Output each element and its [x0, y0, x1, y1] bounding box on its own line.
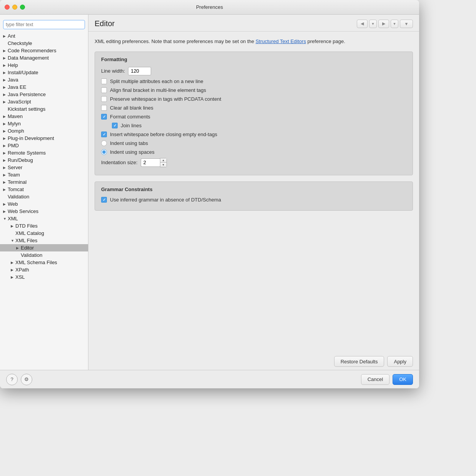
- sidebar-item-javascript[interactable]: ▶JavaScript: [0, 98, 88, 105]
- sidebar-item-label-oomph: Oomph: [8, 128, 24, 134]
- indent-spaces-radio[interactable]: [101, 149, 107, 155]
- sidebar-item-label-checkstyle: Checkstyle: [8, 40, 32, 46]
- sidebar-item-ant[interactable]: ▶Ant: [0, 32, 88, 40]
- sidebar-item-plug-in-development[interactable]: ▶Plug-in Development: [0, 135, 88, 142]
- sidebar-item-java[interactable]: ▶Java: [0, 76, 88, 83]
- formatting-section: Formatting Line width: Split multiple at…: [95, 52, 413, 175]
- format-comments-checkbox[interactable]: [101, 114, 107, 120]
- sidebar-item-xpath[interactable]: ▶XPath: [0, 266, 88, 273]
- line-width-input[interactable]: [128, 67, 151, 75]
- sidebar-item-run-debug[interactable]: ▶Run/Debug: [0, 156, 88, 164]
- preserve-whitespace-checkbox[interactable]: [101, 96, 107, 102]
- sidebar-item-label-maven: Maven: [8, 113, 23, 119]
- structured-text-editors-link[interactable]: Structured Text Editors: [256, 38, 306, 44]
- maximize-button[interactable]: [20, 5, 25, 10]
- spinner-up-arrow[interactable]: ▲: [160, 158, 166, 163]
- description-text: XML editing preferences. Note that some …: [95, 38, 413, 45]
- join-lines-checkbox[interactable]: [112, 123, 118, 128]
- sidebar-item-label-data-management: Data Management: [8, 55, 49, 61]
- sidebar-item-editor[interactable]: ▶Editor: [0, 244, 88, 251]
- align-bracket-checkbox[interactable]: [101, 87, 107, 93]
- join-lines-label: Join lines: [121, 123, 141, 128]
- tree-arrow-xml-files: ▼: [11, 239, 15, 243]
- sidebar-item-code-recommenders[interactable]: ▶Code Recommenders: [0, 47, 88, 54]
- filter-input[interactable]: [3, 20, 85, 29]
- forward-dropdown-button[interactable]: ▼: [391, 20, 398, 28]
- sidebar-item-java-ee[interactable]: ▶Java EE: [0, 83, 88, 91]
- sidebar-item-pmd[interactable]: ▶PMD: [0, 142, 88, 149]
- sidebar-item-label-xsl: XSL: [15, 274, 25, 280]
- indent-tabs-radio[interactable]: [101, 140, 107, 146]
- sidebar-item-kickstart-settings[interactable]: Kickstart settings: [0, 105, 88, 113]
- clear-blank-lines-checkbox[interactable]: [101, 105, 107, 111]
- tree-arrow-run-debug: ▶: [3, 158, 8, 162]
- back-button[interactable]: ◀: [357, 20, 368, 28]
- sidebar-item-dtd-files[interactable]: ▶DTD Files: [0, 222, 88, 230]
- sidebar-item-label-tomcat: Tomcat: [8, 186, 24, 192]
- indentation-size-spinner: ▲ ▼: [141, 158, 167, 167]
- sidebar-item-server[interactable]: ▶Server: [0, 164, 88, 171]
- menu-dropdown-button[interactable]: ▼: [400, 20, 413, 28]
- settings-icon-button[interactable]: ⚙: [21, 374, 32, 385]
- indentation-size-row: Indentation size: ▲ ▼: [101, 158, 406, 167]
- restore-defaults-button[interactable]: Restore Defaults: [334, 356, 384, 367]
- split-attrs-label: Split multiple attributes each on a new …: [110, 78, 203, 84]
- sidebar-item-label-xpath: XPath: [15, 267, 29, 273]
- sidebar-item-xml-files[interactable]: ▼XML Files: [0, 237, 88, 244]
- sidebar-item-team[interactable]: ▶Team: [0, 171, 88, 178]
- help-icon: ?: [10, 376, 13, 382]
- sidebar-item-label-pmd: PMD: [8, 143, 19, 148]
- minimize-button[interactable]: [12, 5, 17, 10]
- tree-arrow-web: ▶: [3, 202, 8, 206]
- window-title: Preferences: [196, 4, 223, 10]
- sidebar-item-tomcat[interactable]: ▶Tomcat: [0, 186, 88, 193]
- use-inferred-grammar-checkbox[interactable]: [101, 197, 107, 203]
- tree-arrow-xml-schema-files: ▶: [11, 261, 15, 265]
- ok-button[interactable]: OK: [393, 374, 413, 385]
- sidebar-item-oomph[interactable]: ▶Oomph: [0, 127, 88, 135]
- sidebar-item-validation-xml[interactable]: Validation: [0, 251, 88, 259]
- sidebar-item-data-management[interactable]: ▶Data Management: [0, 54, 88, 62]
- sidebar-item-install-update[interactable]: ▶Install/Update: [0, 69, 88, 76]
- filter-container: [0, 18, 88, 32]
- align-bracket-row: Align final bracket in multi-line elemen…: [101, 87, 406, 93]
- sidebar-item-checkstyle[interactable]: Checkstyle: [0, 40, 88, 47]
- sidebar-item-label-server: Server: [8, 165, 22, 170]
- sidebar-item-xml-catalog[interactable]: XML Catalog: [0, 230, 88, 237]
- tree-arrow-oomph: ▶: [3, 129, 8, 133]
- use-inferred-grammar-label: Use inferred grammar in absence of DTD/S…: [110, 197, 221, 203]
- split-attrs-checkbox[interactable]: [101, 78, 107, 84]
- indentation-size-label: Indentation size:: [101, 160, 138, 165]
- sidebar-item-remote-systems[interactable]: ▶Remote Systems: [0, 149, 88, 156]
- insert-whitespace-checkbox[interactable]: [101, 131, 107, 137]
- indentation-size-input[interactable]: [141, 158, 160, 167]
- sidebar-item-validation[interactable]: Validation: [0, 193, 88, 200]
- sidebar-item-help[interactable]: ▶Help: [0, 62, 88, 69]
- sidebar-item-java-persistence[interactable]: ▶Java Persistence: [0, 91, 88, 98]
- tree-arrow-java: ▶: [3, 78, 8, 82]
- sidebar-item-web-services[interactable]: ▶Web Services: [0, 208, 88, 215]
- tree-arrow-pmd: ▶: [3, 144, 8, 148]
- formatting-section-title: Formatting: [101, 57, 406, 62]
- close-button[interactable]: [5, 5, 10, 10]
- sidebar-item-xml-schema-files[interactable]: ▶XML Schema Files: [0, 259, 88, 266]
- apply-button[interactable]: Apply: [387, 356, 413, 367]
- tree-arrow-web-services: ▶: [3, 210, 8, 213]
- use-inferred-grammar-row: Use inferred grammar in absence of DTD/S…: [101, 197, 406, 203]
- spinner-down-arrow[interactable]: ▼: [160, 163, 166, 167]
- tree-arrow-install-update: ▶: [3, 71, 8, 75]
- tree-arrow-java-ee: ▶: [3, 85, 8, 89]
- sidebar-item-xsl[interactable]: ▶XSL: [0, 273, 88, 281]
- traffic-lights: [5, 5, 25, 10]
- sidebar-item-mylyn[interactable]: ▶Mylyn: [0, 120, 88, 127]
- help-icon-button[interactable]: ?: [6, 374, 18, 385]
- sidebar-item-web[interactable]: ▶Web: [0, 200, 88, 208]
- sidebar-item-terminal[interactable]: ▶Terminal: [0, 178, 88, 186]
- sidebar-item-xml[interactable]: ▼XML: [0, 215, 88, 222]
- forward-button[interactable]: ▶: [378, 20, 389, 28]
- back-dropdown-button[interactable]: ▼: [369, 20, 377, 28]
- tree-arrow-server: ▶: [3, 166, 8, 170]
- sidebar-item-maven[interactable]: ▶Maven: [0, 113, 88, 120]
- cancel-button[interactable]: Cancel: [361, 374, 389, 385]
- sidebar-item-label-xml-catalog: XML Catalog: [15, 230, 44, 236]
